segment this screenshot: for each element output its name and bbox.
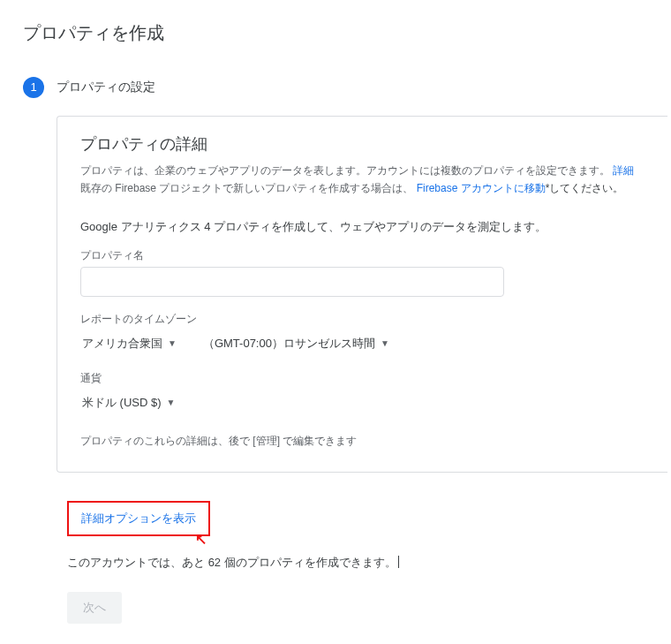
currency-dropdown[interactable]: 米ドル (USD $) ▼	[80, 390, 177, 415]
property-details-card: プロパティの詳細 プロパティは、企業のウェブやアプリのデータを表します。アカウン…	[57, 116, 667, 473]
currency-label: 通貨	[80, 370, 645, 387]
timezone-group: レポートのタイムゾーン アメリカ合衆国 ▼ （GMT-07:00）ロサンゼルス時…	[80, 311, 645, 356]
advanced-options-highlight: 詳細オプションを表示 ↖	[67, 501, 210, 536]
ga4-lead-text: Google アナリティクス 4 プロパティを作成して、ウェブやアプリのデータを…	[80, 218, 645, 236]
timezone-dropdown[interactable]: （GMT-07:00）ロサンゼルス時間 ▼	[201, 331, 391, 356]
firebase-link[interactable]: Firebase アカウントに移動	[417, 182, 546, 194]
property-name-label: プロパティ名	[80, 247, 645, 264]
timezone-value: （GMT-07:00）ロサンゼルス時間	[203, 335, 375, 352]
page-title: プロパティを作成	[23, 19, 667, 47]
property-name-input[interactable]	[80, 267, 504, 297]
step-1-header: 1 プロパティの設定	[23, 77, 667, 98]
quota-count: 62	[208, 556, 221, 569]
text-caret-icon	[398, 556, 399, 568]
currency-group: 通貨 米ドル (USD $) ▼	[80, 370, 645, 415]
help-line-2b: *してください。	[546, 182, 624, 194]
show-advanced-options-link[interactable]: 詳細オプションを表示	[81, 511, 196, 525]
step-1-body: プロパティの詳細 プロパティは、企業のウェブやアプリのデータを表します。アカウン…	[57, 116, 667, 624]
help-line-2a: 既存の Firebase プロジェクトで新しいプロパティを作成する場合は、	[80, 182, 413, 194]
property-quota-text: このアカウントでは、あと 62 個のプロパティを作成できます。	[67, 554, 667, 572]
next-button[interactable]: 次へ	[67, 592, 122, 624]
card-help-text: プロパティは、企業のウェブやアプリのデータを表します。アカウントには複数のプロパ…	[80, 163, 645, 198]
edit-later-note: プロパティのこれらの詳細は、後で [管理] で編集できます	[80, 433, 645, 450]
currency-value: 米ドル (USD $)	[82, 394, 162, 412]
chevron-down-icon: ▼	[381, 337, 389, 351]
chevron-down-icon: ▼	[168, 337, 177, 351]
step-1-badge: 1	[23, 77, 44, 98]
country-dropdown[interactable]: アメリカ合衆国 ▼	[80, 331, 178, 356]
quota-a: このアカウントでは、あと	[67, 556, 208, 569]
country-value: アメリカ合衆国	[82, 335, 162, 352]
step-1-title: プロパティの設定	[57, 78, 155, 97]
card-title: プロパティの詳細	[80, 133, 645, 157]
property-name-group: プロパティ名	[80, 247, 645, 298]
quota-b: 個のプロパティを作成できます。	[221, 556, 396, 569]
details-link[interactable]: 詳細	[613, 164, 634, 177]
help-line-1: プロパティは、企業のウェブやアプリのデータを表します。アカウントには複数のプロパ…	[80, 164, 610, 177]
cursor-arrow-icon: ↖	[195, 533, 207, 547]
timezone-label: レポートのタイムゾーン	[80, 311, 645, 328]
chevron-down-icon: ▼	[167, 396, 176, 410]
